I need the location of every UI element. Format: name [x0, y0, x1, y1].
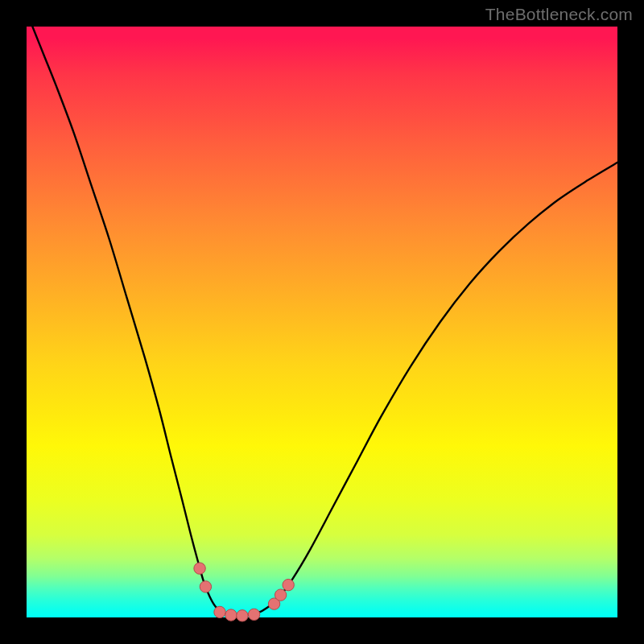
curve-marker: [200, 581, 211, 592]
chart-frame: TheBottleneck.com: [0, 0, 644, 644]
curve-marker: [237, 610, 248, 621]
curve-marker: [214, 606, 225, 617]
curve-markers: [194, 563, 294, 621]
curve-marker: [275, 589, 286, 601]
curve-marker: [283, 579, 294, 590]
curve-marker: [248, 609, 259, 620]
plot-area: [27, 27, 617, 617]
curve-marker: [225, 609, 237, 621]
bottleneck-curve: [32, 27, 617, 616]
chart-svg: [27, 27, 617, 617]
watermark-text: TheBottleneck.com: [485, 5, 633, 24]
curve-marker: [194, 563, 205, 574]
